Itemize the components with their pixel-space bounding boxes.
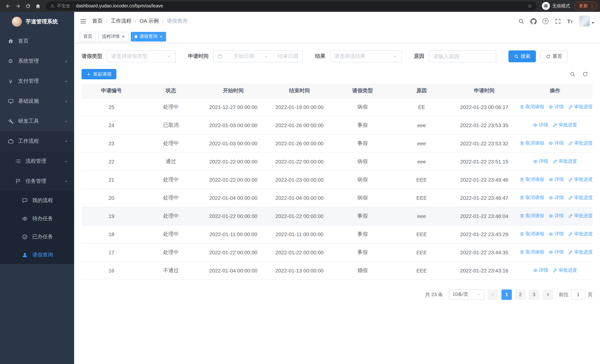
refresh-icon[interactable] [23, 1, 33, 11]
detail-link[interactable]: 详情 [548, 231, 564, 237]
next-page-button[interactable] [543, 289, 553, 300]
sidebar-item-done-tasks[interactable]: 已办任务 [0, 228, 74, 246]
breadcrumb-item[interactable]: 首页 [92, 18, 103, 24]
close-icon[interactable]: × [159, 34, 162, 39]
sidebar-item-todo-tasks[interactable]: 待办任务 [0, 209, 74, 228]
yen-icon: ¥ [7, 78, 14, 84]
approval-progress-link[interactable]: 审批进度 [553, 267, 577, 273]
font-size-icon[interactable]: TT [567, 18, 573, 24]
approval-progress-link[interactable]: 审批进度 [553, 158, 577, 164]
approval-progress-link[interactable]: 审批进度 [568, 213, 593, 219]
back-icon[interactable] [3, 1, 13, 11]
security-label[interactable]: 不安全 [57, 3, 70, 9]
eye-icon [533, 268, 538, 273]
cancel-leave-link[interactable]: 取消请假 [520, 231, 544, 237]
approval-progress-link[interactable]: 审批进度 [568, 231, 593, 237]
refresh-table-icon[interactable] [582, 71, 588, 77]
edit-icon [568, 213, 573, 218]
tab-process-detail[interactable]: 流程详情 × [98, 32, 128, 41]
sidebar-item-dev-tools[interactable]: 研发工具 [0, 111, 74, 131]
url-bar[interactable]: ⚠ 不安全 dashboard.yudao.iocoder.cn/bpm/oa/… [46, 1, 537, 10]
sidebar-item-workflow[interactable]: 工作流程 [0, 131, 74, 151]
table-tools [570, 71, 593, 77]
detail-link[interactable]: 详情 [548, 249, 564, 255]
user-menu[interactable] [579, 16, 594, 27]
prev-page-button[interactable] [488, 289, 498, 300]
approval-progress-link[interactable]: 审批进度 [568, 195, 593, 201]
sidebar-item-task-mgmt[interactable]: 任务管理 [0, 171, 74, 191]
detail-link[interactable]: 详情 [548, 104, 564, 110]
close-icon[interactable]: × [122, 34, 125, 39]
reason-input[interactable] [433, 53, 492, 59]
app-logo[interactable]: 芋道管理系统 [0, 12, 74, 31]
cancel-leave-link[interactable]: 取消请假 [520, 213, 544, 219]
cancel-leave-link[interactable]: 取消请假 [520, 104, 544, 110]
cancel-leave-link[interactable]: 取消请假 [520, 195, 544, 201]
chevron-down-icon [64, 99, 68, 103]
toggle-search-icon[interactable] [570, 71, 576, 77]
sidebar-item-system-mgmt[interactable]: ⚙ 系统管理 [0, 51, 74, 71]
approval-progress-link[interactable]: 审批进度 [568, 140, 593, 146]
page-button-1[interactable]: 1 [501, 289, 512, 300]
approval-progress-link[interactable]: 审批进度 [568, 104, 593, 110]
url-text[interactable]: dashboard.yudao.iocoder.cn/bpm/oa/leave [76, 3, 163, 9]
search-icon[interactable] [518, 18, 525, 24]
detail-link[interactable]: 详情 [548, 176, 564, 183]
leave-type-select[interactable]: 请选择请假类型 [107, 50, 176, 62]
sidebar-item-payment-mgmt[interactable]: ¥ 支付管理 [0, 71, 74, 91]
github-icon[interactable] [530, 18, 537, 24]
cell-apply_time: 2022-01-22 23:53:35 [451, 116, 517, 134]
tab-leave-query[interactable]: 请假查询 × [131, 32, 166, 41]
cell-start: 2022-01-03 00:00:00 [201, 134, 266, 152]
detail-link[interactable]: 详情 [548, 213, 564, 219]
sidebar-item-infrastructure[interactable]: 基础设施 [0, 91, 74, 111]
approval-progress-link[interactable]: 审批进度 [568, 249, 593, 255]
tab-home[interactable]: 首页 [80, 32, 96, 41]
sidebar-item-home[interactable]: 首页 [0, 31, 74, 51]
page-button-2[interactable]: 2 [515, 289, 525, 300]
cell-type: 病假 [333, 170, 392, 189]
sidebar-item-leave-query[interactable]: 请假查询 [0, 246, 74, 264]
cell-type: 病假 [333, 98, 392, 116]
cancel-leave-link[interactable]: 取消请假 [520, 249, 544, 255]
bookmark-star-icon[interactable]: ☆ [527, 3, 532, 9]
reset-button[interactable]: 重置 [540, 50, 568, 62]
cancel-leave-link[interactable]: 取消请假 [520, 140, 544, 146]
detail-link[interactable]: 详情 [548, 140, 564, 146]
sidebar-item-my-process[interactable]: 我的流程 [0, 191, 74, 209]
sidebar-item-process-mgmt[interactable]: 流程管理 [0, 151, 74, 171]
detail-link[interactable]: 详情 [533, 267, 548, 273]
home-nav-icon[interactable] [33, 1, 43, 11]
table-row: 19处理中2022-01-22 00:00:002022-01-22 00:00… [82, 207, 593, 225]
date-range-picker[interactable]: 开始日期 - 结束日期 [213, 50, 303, 62]
approval-progress-link[interactable]: 审批进度 [568, 176, 593, 183]
avatar[interactable] [579, 16, 590, 27]
chevron-up-icon [64, 139, 68, 143]
fullscreen-icon[interactable] [554, 18, 561, 24]
result-select[interactable]: 请选择流结果 [330, 50, 402, 62]
create-leave-button[interactable]: 发起请假 [82, 69, 116, 79]
browser-update-button[interactable]: 更新 ⋮ [574, 1, 597, 10]
table-row: 22通过2022-01-22 00:00:002022-01-22 00:00:… [82, 152, 593, 170]
navbar-actions: ? TT [518, 16, 594, 27]
update-label: 更新 [579, 3, 588, 9]
eye-icon [533, 122, 538, 127]
monitor-icon [7, 98, 14, 104]
detail-link[interactable]: 详情 [548, 195, 564, 201]
help-icon[interactable]: ? [542, 18, 549, 24]
detail-link[interactable]: 详情 [533, 158, 548, 164]
browser-menu-icon[interactable]: ⋮ [590, 3, 594, 9]
approval-progress-link[interactable]: 审批进度 [553, 122, 577, 128]
goto-page-input[interactable] [571, 289, 585, 300]
page-button-3[interactable]: 3 [529, 289, 539, 300]
cancel-leave-link[interactable]: 取消请假 [520, 176, 544, 183]
breadcrumb-item[interactable]: 工作流程 [111, 18, 131, 24]
collapse-sidebar-icon[interactable] [80, 18, 87, 25]
cell-id: 16 [82, 261, 141, 280]
forward-icon[interactable] [13, 1, 23, 11]
detail-link[interactable]: 详情 [533, 122, 548, 128]
breadcrumb-item[interactable]: OA 示例 [140, 18, 159, 24]
edit-icon [553, 268, 557, 273]
page-size-select[interactable]: 10条/页 [449, 289, 484, 300]
search-button[interactable]: 搜索 [508, 50, 536, 62]
